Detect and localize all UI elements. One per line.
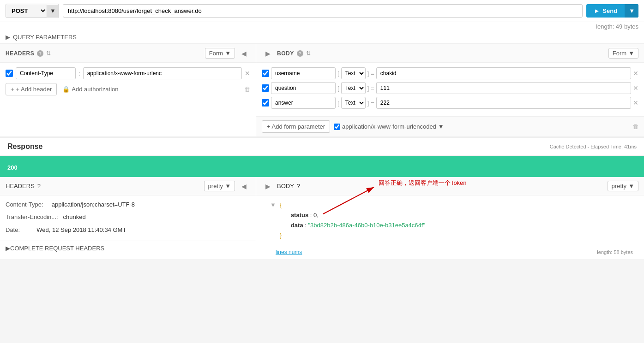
headers-panel-header: HEADERS ? ⇅ Form ▼ ◀	[0, 44, 256, 63]
encoding-dropdown-arrow: ▼	[438, 123, 444, 130]
url-input[interactable]	[63, 4, 583, 18]
lock-icon: 🔒	[62, 86, 70, 93]
complete-request-label: COMPLETE REQUEST HEADERS	[10, 245, 104, 252]
body-row-username: [ Text File ] = ✕	[262, 67, 638, 79]
body-checkbox-answer[interactable]	[262, 99, 269, 106]
body-type-username[interactable]: Text File	[341, 67, 366, 79]
body-key-answer[interactable]	[271, 97, 336, 109]
json-collapse-arrow[interactable]: ▼	[270, 200, 276, 210]
lines-nums-link[interactable]: lines nums	[262, 247, 316, 257]
body-val-answer[interactable]	[376, 97, 631, 109]
header-key-input[interactable]	[16, 67, 76, 79]
resp-body-title: BODY	[277, 183, 294, 189]
bracket-close-3: ]	[367, 100, 369, 106]
resp-headers-collapse[interactable]: ◀	[238, 183, 250, 190]
body-delete-question[interactable]: ✕	[633, 84, 638, 92]
encoding-checkbox[interactable]	[334, 124, 340, 130]
response-headers-rows: Content-Type: application/json;charset=U…	[0, 195, 256, 241]
body-val-username[interactable]	[376, 67, 631, 79]
headers-panel: HEADERS ? ⇅ Form ▼ ◀ : ✕ + + Add header	[0, 44, 256, 136]
cache-info: Cache Detected - Elapsed Time: 41ms	[550, 144, 637, 149]
header-value-input[interactable]	[83, 67, 242, 79]
query-params-row[interactable]: ▶ QUERY PARAMETERS	[0, 31, 644, 44]
body-help-icon[interactable]: ?	[297, 50, 303, 57]
top-bar: POST GET PUT DELETE ▼ ► Send ▼	[0, 0, 644, 22]
add-header-button[interactable]: + + Add header	[6, 83, 57, 95]
status-bar: 200	[0, 156, 644, 177]
body-panel-header: ▶ BODY ? ⇅ Form ▼	[256, 44, 644, 63]
method-arrow[interactable]: ▼	[47, 5, 59, 17]
body-delete-answer[interactable]: ✕	[633, 99, 638, 106]
pretty-arrow: ▼	[225, 183, 231, 189]
colon-separator: :	[78, 70, 80, 77]
equals-3: =	[371, 100, 374, 106]
method-dropdown[interactable]: POST GET PUT DELETE	[6, 4, 47, 18]
body-key-question[interactable]	[271, 82, 336, 94]
response-panels: HEADERS ? pretty ▼ ◀ Content-Type: appli…	[0, 177, 644, 259]
add-header-plus: +	[11, 86, 14, 93]
send-dropdown-arrow[interactable]: ▼	[625, 4, 638, 18]
response-headers-panel: HEADERS ? pretty ▼ ◀ Content-Type: appli…	[0, 177, 256, 259]
send-button-label: ► Send	[586, 4, 625, 18]
body-sort-icon[interactable]: ⇅	[306, 50, 311, 57]
resp-body-pretty-dropdown[interactable]: pretty ▼	[608, 181, 638, 191]
body-type-answer[interactable]: Text File	[341, 97, 366, 109]
method-select[interactable]: POST GET PUT DELETE ▼	[6, 4, 59, 18]
bracket-open-3: [	[337, 100, 339, 106]
resp-headers-title: HEADERS	[6, 183, 35, 189]
send-icon: ►	[594, 7, 600, 14]
add-param-button[interactable]: + Add form parameter	[262, 120, 330, 133]
response-body-panel: ▶ BODY ? pretty ▼ ▼ { status : 0,	[256, 177, 644, 259]
triangle-icon: ▶	[6, 34, 10, 41]
resp-header-content-type: Content-Type: application/json;charset=U…	[6, 199, 250, 210]
headers-sort-icon[interactable]: ⇅	[46, 50, 51, 57]
body-form-dropdown-arrow: ▼	[628, 50, 634, 57]
body-key-username[interactable]	[271, 67, 336, 79]
encoding-select: application/x-www-form-urlencoded ▼	[334, 123, 444, 130]
resp-header-date: Date: Wed, 12 Sep 2018 11:40:34 GMT	[6, 225, 250, 235]
headers-trash-icon[interactable]: 🗑	[244, 86, 250, 93]
headers-form-dropdown[interactable]: Form ▼	[205, 48, 235, 59]
headers-collapse-left[interactable]: ◀	[238, 50, 250, 57]
body-form-dropdown[interactable]: Form ▼	[608, 48, 638, 59]
body-rows: [ Text File ] = ✕ [ Text File ]	[256, 63, 644, 116]
body-checkbox-question[interactable]	[262, 84, 269, 92]
body-delete-username[interactable]: ✕	[633, 70, 638, 77]
body-row-answer: [ Text File ] = ✕	[262, 97, 638, 109]
add-row: + + Add header 🔒 Add authorization 🗑	[6, 83, 250, 95]
url-length: length: 49 bytes	[0, 22, 644, 31]
header-row-content-type: : ✕	[6, 67, 250, 79]
form-dropdown-arrow: ▼	[225, 50, 231, 57]
send-button[interactable]: ► Send ▼	[586, 4, 638, 18]
resp-body-help-icon[interactable]: ?	[297, 183, 300, 189]
resp-header-transfer: Transfer-Encodin...: chunked	[6, 212, 250, 222]
resp-body-length: length: 58 bytes	[591, 248, 638, 257]
response-json-body: ▼ { status : 0,	[256, 195, 644, 245]
body-title: BODY	[277, 50, 294, 57]
complete-request-row[interactable]: ▶ COMPLETE REQUEST HEADERS	[0, 241, 256, 255]
body-trash-icon[interactable]: 🗑	[632, 123, 638, 130]
resp-headers-pretty-dropdown[interactable]: pretty ▼	[204, 181, 235, 191]
response-header: Response Cache Detected - Elapsed Time: …	[0, 138, 644, 156]
body-footer: + Add form parameter application/x-www-f…	[256, 116, 644, 136]
body-row-question: [ Text File ] = ✕	[262, 82, 638, 94]
resp-body-pretty-arrow: ▼	[628, 183, 634, 189]
header-delete-icon[interactable]: ✕	[245, 70, 250, 77]
body-collapse-right[interactable]: ▶	[262, 50, 274, 57]
body-panel: ▶ BODY ? ⇅ Form ▼ [ Text File ] =	[256, 44, 644, 136]
body-checkbox-username[interactable]	[262, 70, 269, 77]
annotation-text: 回答正确，返回客户端一个Token	[379, 178, 467, 188]
status-code: 200	[7, 164, 18, 171]
bracket-close-1: ]	[367, 70, 369, 77]
body-type-question[interactable]: Text File	[341, 82, 366, 94]
add-authorization-button[interactable]: 🔒 Add authorization	[62, 83, 118, 95]
response-title: Response	[7, 142, 42, 151]
resp-body-expand[interactable]: ▶	[262, 183, 274, 190]
header-checkbox[interactable]	[6, 70, 13, 77]
body-val-question[interactable]	[376, 82, 631, 94]
encoding-dropdown[interactable]: application/x-www-form-urlencoded ▼	[342, 123, 444, 130]
bracket-open-2: [	[337, 85, 339, 92]
headers-help-icon[interactable]: ?	[37, 50, 43, 57]
resp-headers-header: HEADERS ? pretty ▼ ◀	[0, 177, 256, 195]
resp-headers-help-icon[interactable]: ?	[37, 183, 41, 189]
